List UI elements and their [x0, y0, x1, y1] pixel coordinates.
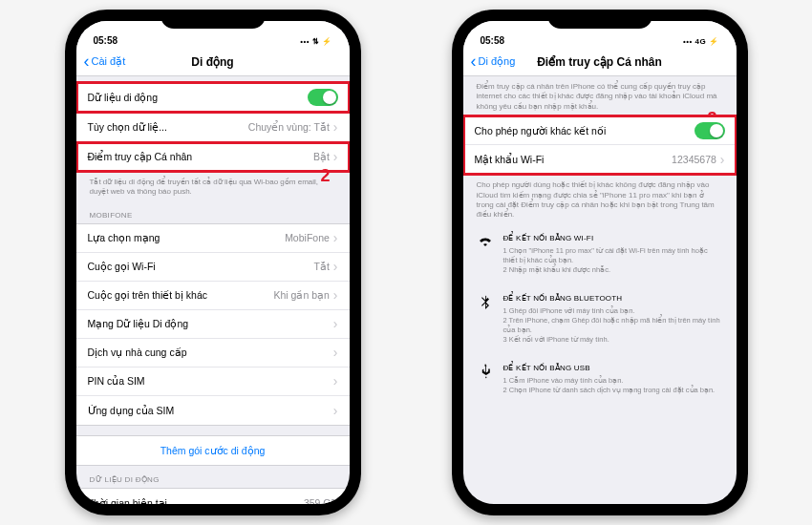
data-options-label: Tùy chọn dữ liệ...: [88, 121, 167, 133]
back-button[interactable]: Di động: [463, 55, 516, 68]
back-button[interactable]: Cài đặt: [76, 55, 126, 68]
chevron-icon: [333, 373, 338, 388]
cellular-note: Tắt dữ liệu di động để truyền tất cả dữ …: [76, 172, 350, 201]
connect-usb-step: 2 Chọn iPhone từ danh sách dịch vụ mạng …: [503, 386, 716, 395]
connect-usb-title: ĐỂ KẾT NỐI BẰNG USB: [503, 364, 716, 374]
wifi-icon: [477, 234, 494, 275]
add-plan-label: Thêm gói cước di động: [160, 445, 266, 456]
cellular-data-group: Dữ liệu di động: [76, 82, 350, 113]
nav-bar: Cài đặt Di động: [76, 48, 350, 76]
chevron-icon: [333, 345, 338, 360]
data-options-value: Chuyển vùng: Tắt: [248, 119, 338, 135]
connect-bt-step: 1 Ghép đôi iPhone với máy tính của bạn.: [503, 306, 723, 316]
wifi-calling-value: Tắt: [313, 259, 337, 274]
carrier-section-header: MOBIFONE: [76, 201, 350, 223]
wifi-calling-row[interactable]: Cuộc gọi Wi-Fi Tắt: [76, 253, 350, 282]
current-period-label: Thời gian hiện tại: [88, 497, 167, 504]
connect-wifi-step: 1 Chọn "iPhone 11 pro max" từ cài đặt Wi…: [503, 246, 723, 265]
cellular-network-row[interactable]: Mạng Dữ liệu Di động: [76, 310, 350, 339]
usage-section-header: DỮ LIỆU DI ĐỘNG: [76, 466, 350, 488]
hotspot-settings-group: Cho phép người khác kết nối Mật khẩu Wi-…: [463, 116, 737, 175]
calls-other-devices-value: Khi gần bạn: [273, 287, 337, 303]
hotspot-group: Điểm truy cập Cá nhân Bật: [76, 142, 350, 172]
connect-bt-step: 3 Kết nối với iPhone từ máy tính.: [503, 335, 723, 345]
status-time: 05:58: [94, 35, 118, 46]
nav-bar: Di động Điểm truy cập Cá nhân: [463, 48, 737, 76]
status-time: 05:58: [481, 35, 505, 46]
wifi-password-value: 12345678: [672, 152, 724, 167]
connect-wifi-step: 2 Nhập mật khẩu khi được nhắc.: [503, 265, 723, 275]
carrier-services-label: Dịch vụ nhà cung cấp: [88, 346, 187, 358]
connect-usb-step: 1 Cắm iPhone vào máy tính của bạn.: [503, 376, 716, 386]
page-title: Di động: [191, 55, 233, 69]
phone-right: 05:58 ••• 4G ⚡ Di động Điểm truy cập Cá …: [452, 10, 748, 515]
notch: [547, 10, 652, 29]
hotspot-label: Điểm truy cập Cá nhân: [88, 151, 193, 162]
chevron-icon: [333, 316, 338, 331]
status-indicators: ••• ⇅ ⚡: [300, 37, 331, 46]
connect-bt-step: 2 Trên iPhone, chạm Ghép đôi hoặc nhập m…: [503, 316, 723, 335]
allow-others-row[interactable]: Cho phép người khác kết nối: [463, 116, 737, 145]
calls-other-devices-label: Cuộc gọi trên thiết bị khác: [88, 289, 208, 301]
connect-wifi-block: ĐỂ KẾT NỐI BẰNG WI-FI 1 Chọn "iPhone 11 …: [463, 224, 737, 284]
hotspot-value: Bật: [313, 149, 338, 164]
cellular-data-label: Dữ liệu di động: [88, 92, 159, 103]
connect-wifi-title: ĐỂ KẾT NỐI BẰNG WI-FI: [503, 234, 723, 244]
sim-apps-row[interactable]: Ứng dụng của SIM: [76, 396, 350, 425]
connect-usb-block: ĐỂ KẾT NỐI BẰNG USB 1 Cắm iPhone vào máy…: [463, 354, 737, 405]
sim-pin-row[interactable]: PIN của SIM: [76, 368, 350, 396]
cellular-network-label: Mạng Dữ liệu Di động: [88, 318, 189, 329]
cellular-data-toggle[interactable]: [308, 89, 338, 106]
network-selection-row[interactable]: Lựa chọn mạng MobiFone: [76, 224, 350, 253]
hotspot-note: Cho phép người dùng hoặc thiết bị khác k…: [463, 175, 737, 224]
sim-apps-label: Ứng dụng của SIM: [88, 405, 175, 416]
annotation-2: 2: [320, 166, 330, 186]
network-selection-value: MobiFone: [285, 230, 337, 245]
calls-other-devices-row[interactable]: Cuộc gọi trên thiết bị khác Khi gần bạn: [76, 282, 350, 310]
phone-left: 05:58 ••• ⇅ ⚡ Cài đặt Di động 1 Dữ liệu …: [65, 10, 361, 515]
wifi-password-label: Mật khẩu Wi-Fi: [475, 154, 545, 165]
current-period-row[interactable]: Thời gian hiện tại 359 GB: [76, 489, 350, 504]
screen-right: 05:58 ••• 4G ⚡ Di động Điểm truy cập Cá …: [463, 21, 737, 504]
data-options-row[interactable]: Tùy chọn dữ liệ... Chuyển vùng: Tắt: [76, 113, 350, 141]
current-period-value: 359 GB: [304, 497, 338, 504]
hotspot-intro: Điểm truy cập cá nhân trên iPhone có thể…: [463, 76, 737, 116]
carrier-services-row[interactable]: Dịch vụ nhà cung cấp: [76, 339, 350, 368]
status-indicators: ••• 4G ⚡: [683, 37, 719, 46]
chevron-icon: [333, 403, 338, 418]
screen-left: 05:58 ••• ⇅ ⚡ Cài đặt Di động 1 Dữ liệu …: [76, 21, 350, 504]
allow-others-toggle[interactable]: [694, 122, 725, 139]
wifi-calling-label: Cuộc gọi Wi-Fi: [88, 261, 156, 272]
usb-icon: [477, 364, 494, 395]
hotspot-row[interactable]: Điểm truy cập Cá nhân Bật: [76, 142, 350, 171]
allow-others-label: Cho phép người khác kết nối: [475, 125, 607, 136]
sim-pin-label: PIN của SIM: [88, 375, 145, 387]
page-title: Điểm truy cập Cá nhân: [537, 55, 662, 69]
connect-bluetooth-block: ĐỂ KẾT NỐI BẰNG BLUETOOTH 1 Ghép đôi iPh…: [463, 284, 737, 354]
add-plan-row[interactable]: Thêm gói cước di động: [76, 436, 350, 465]
bluetooth-icon: [477, 294, 494, 345]
network-selection-label: Lựa chọn mạng: [88, 232, 160, 243]
wifi-password-row[interactable]: Mật khẩu Wi-Fi 12345678: [463, 145, 737, 174]
cellular-data-row[interactable]: Dữ liệu di động: [76, 83, 350, 112]
connect-bt-title: ĐỂ KẾT NỐI BẰNG BLUETOOTH: [503, 294, 723, 304]
notch: [160, 10, 266, 29]
